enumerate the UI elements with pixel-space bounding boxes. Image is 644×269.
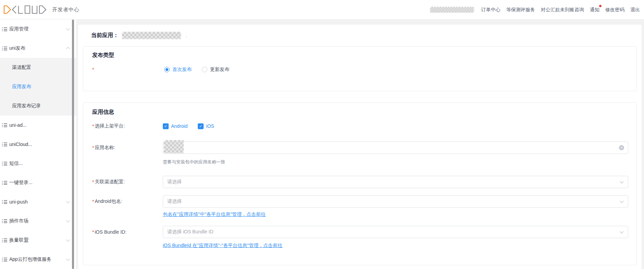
- nav-dengbao-service[interactable]: 等保测评服务: [506, 7, 535, 13]
- sidebar: 应用管理 uni发布 渠道配置 应用发布 应用发布记录 uni-ad... un…: [0, 20, 76, 269]
- android-package-label: * Android包名:: [92, 198, 163, 205]
- platform-checkbox-group: ✓ Android ✓ iOS: [163, 123, 628, 129]
- list-icon: [2, 27, 7, 31]
- chevron-down-icon: [620, 230, 623, 233]
- list-icon: [2, 161, 7, 166]
- list-icon: [2, 46, 7, 50]
- main-content: 当前应用： . 发布类型 * 首次发布 更新发布: [76, 20, 644, 269]
- app-info-title: 应用信息: [92, 109, 628, 116]
- radio-selected-icon: [164, 67, 170, 72]
- nav-change-password[interactable]: 修改密码: [605, 7, 624, 13]
- sidebar-item-uni-publish[interactable]: uni发布: [0, 39, 76, 58]
- android-package-link-row: 包名在"应用详情"中"各平台信息"管理，点击前往: [163, 211, 628, 217]
- publish-type-required-label: *: [92, 67, 163, 72]
- chevron-down-icon: [66, 257, 70, 261]
- sidebar-item-uni-push[interactable]: uni-push: [0, 192, 76, 211]
- nav-remittance-consult[interactable]: 对公汇款未到账咨询: [541, 7, 584, 13]
- required-asterisk: *: [92, 229, 94, 235]
- sidebar-item-cloud-packaging-service[interactable]: App云打包增值服务: [0, 250, 76, 269]
- required-asterisk: *: [92, 145, 94, 150]
- publish-type-radio-group: 首次发布 更新发布: [163, 66, 628, 73]
- list-icon: [2, 219, 7, 223]
- sidebar-item-app-release[interactable]: 应用发布: [0, 77, 76, 96]
- list-icon: [2, 123, 7, 127]
- checkbox-checked-icon: ✓: [163, 123, 169, 129]
- chevron-up-icon: [66, 47, 70, 51]
- nav-order-center[interactable]: 订单中心: [481, 7, 500, 13]
- android-package-manage-link[interactable]: 包名在"应用详情"中"各平台信息"管理，点击前往: [163, 211, 266, 217]
- sidebar-item-traffic-exchange[interactable]: 换量联盟: [0, 231, 76, 250]
- sidebar-item-channel-config[interactable]: 渠道配置: [0, 58, 76, 77]
- ios-bundle-select[interactable]: 请选择 iOS Bundle ID: [163, 226, 628, 238]
- app-name-helper-text: 需要与安装包中的应用名称一致: [163, 159, 628, 165]
- radio-first-release[interactable]: 首次发布: [164, 66, 192, 73]
- android-package-row: * Android包名: 请选择: [92, 195, 628, 208]
- checkbox-android[interactable]: ✓ Android: [163, 123, 187, 129]
- chevron-down-icon: [66, 219, 70, 222]
- app-name-row: * 应用名称: ✕: [92, 142, 628, 154]
- required-asterisk: *: [92, 179, 94, 185]
- brand-area[interactable]: 开发者中心: [3, 5, 80, 14]
- publish-type-row: * 首次发布 更新发布: [92, 66, 628, 73]
- ios-bundle-row: * iOS Bundle ID: 请选择 iOS Bundle ID: [92, 226, 628, 238]
- chevron-down-icon: [620, 180, 623, 183]
- ios-bundle-label: * iOS Bundle ID:: [92, 229, 163, 235]
- chevron-down-icon: [66, 27, 70, 30]
- platform-row: * 选择上架平台: ✓ Android ✓ iOS: [92, 123, 628, 129]
- current-app-suffix: .: [186, 33, 187, 38]
- username-redacted[interactable]: [430, 7, 474, 13]
- top-navbar: 开发者中心 订单中心 等保测评服务 对公汇款未到账咨询 通知 修改密码 退出: [0, 0, 644, 20]
- chevron-down-icon: [620, 199, 623, 203]
- platform-label: * 选择上架平台:: [92, 123, 163, 129]
- android-package-select[interactable]: 请选择: [163, 195, 628, 208]
- top-nav-links: 订单中心 等保测评服务 对公汇款未到账咨询 通知 修改密码 退出: [430, 0, 640, 20]
- sidebar-item-uni-ad[interactable]: uni-ad...: [0, 115, 76, 135]
- channel-config-row: * 关联渠道配置: 请选择: [92, 176, 628, 188]
- dcloud-logo-icon: [3, 5, 49, 14]
- list-icon: [2, 200, 7, 204]
- checkbox-checked-icon: ✓: [198, 123, 204, 129]
- required-asterisk: *: [92, 199, 94, 204]
- notification-dot-badge: [599, 5, 602, 7]
- current-app-label: 当前应用：: [91, 32, 119, 39]
- nav-notifications[interactable]: 通知: [590, 7, 599, 13]
- channel-config-label: * 关联渠道配置:: [92, 179, 163, 185]
- sidebar-item-unicloud[interactable]: uniCloud...: [0, 135, 76, 154]
- sidebar-item-sms[interactable]: 短信...: [0, 154, 76, 173]
- chevron-down-icon: [66, 199, 70, 203]
- list-icon: [2, 142, 7, 146]
- nav-logout[interactable]: 退出: [630, 7, 640, 13]
- checkbox-ios[interactable]: ✓ iOS: [198, 123, 214, 129]
- publish-type-title: 发布类型: [92, 52, 628, 59]
- uni-publish-submenu: 渠道配置 应用发布 应用发布记录: [0, 58, 76, 115]
- clear-input-icon[interactable]: ✕: [619, 145, 624, 150]
- app-info-section: 应用信息 * 选择上架平台: ✓ Android ✓ iOS: [83, 102, 637, 265]
- list-icon: [2, 238, 7, 242]
- sidebar-item-plugin-market[interactable]: 插件市场: [0, 211, 76, 231]
- app-name-value-redacted: [164, 140, 184, 153]
- required-asterisk: *: [92, 67, 94, 72]
- list-icon: [2, 257, 7, 261]
- ios-bundle-link-row: iOS BundleId 在"应用详情"-"各平台信息"管理，点击前往: [163, 242, 628, 248]
- required-asterisk: *: [92, 123, 94, 129]
- product-name: 开发者中心: [52, 7, 80, 13]
- publish-type-section: 发布类型 * 首次发布 更新发布: [83, 46, 637, 91]
- current-app-name-redacted: [122, 32, 181, 39]
- sidebar-item-app-release-history[interactable]: 应用发布记录: [0, 96, 76, 115]
- chevron-down-icon: [66, 238, 70, 242]
- app-name-label: * 应用名称:: [92, 145, 163, 151]
- radio-update-release[interactable]: 更新发布: [202, 66, 229, 73]
- list-icon: [2, 181, 7, 185]
- current-app-row: 当前应用： .: [83, 25, 637, 46]
- sidebar-item-app-management[interactable]: 应用管理: [0, 20, 76, 39]
- app-name-input[interactable]: ✕: [163, 142, 628, 154]
- channel-config-select[interactable]: 请选择: [163, 176, 628, 188]
- content-card: 当前应用： . 发布类型 * 首次发布 更新发布: [78, 25, 642, 269]
- sidebar-scrollbar[interactable]: [72, 20, 74, 269]
- radio-unselected-icon: [202, 67, 207, 72]
- sidebar-item-one-click-login[interactable]: 一键登录...: [0, 173, 76, 192]
- ios-bundle-manage-link[interactable]: iOS BundleId 在"应用详情"-"各平台信息"管理，点击前往: [163, 243, 282, 248]
